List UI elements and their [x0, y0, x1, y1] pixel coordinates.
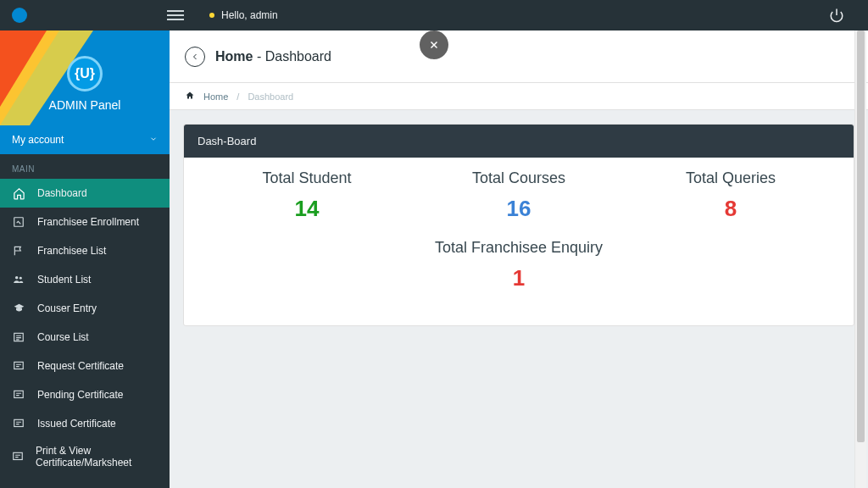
svg-point-4 [15, 276, 19, 280]
stat-total-courses: Total Courses 16 [413, 169, 625, 222]
edit-square-icon [12, 216, 25, 228]
list-icon [12, 331, 25, 343]
scrollbar[interactable] [854, 30, 866, 488]
greeting[interactable]: Hello, admin [209, 9, 278, 21]
sidebar-item-issued-certificate[interactable]: Issued Certificate [0, 409, 170, 438]
stat-label: Total Franchisee Enquiry [201, 239, 837, 257]
stat-label: Total Courses [413, 169, 625, 187]
content-area: Dash-Board Total Student 14 Total Course… [170, 110, 868, 340]
certificate-icon [12, 389, 25, 401]
stats-row: Total Student 14 Total Courses 16 Total … [184, 158, 854, 230]
sidebar-item-label: Course List [37, 331, 89, 343]
breadcrumb-home-link[interactable]: Home [203, 92, 228, 102]
stat-value: 8 [625, 196, 837, 222]
app-badge-icon[interactable] [12, 8, 27, 23]
power-button[interactable] [829, 8, 844, 23]
stat-value: 14 [201, 196, 413, 222]
sidebar-item-label: Franchisee Enrollment [37, 216, 139, 228]
my-account-toggle[interactable]: My account [0, 125, 170, 154]
nav-section-label: MAIN [0, 154, 170, 179]
users-icon [12, 274, 25, 286]
brand-title: ADMIN Panel [0, 98, 170, 112]
stat-value: 1 [201, 265, 837, 291]
stat-total-franchisee-enquiry: Total Franchisee Enquiry 1 [184, 230, 854, 325]
sidebar-item-franchisee-list[interactable]: Franchisee List [0, 236, 170, 265]
sidebar-item-course-list[interactable]: Course List [0, 323, 170, 352]
arrow-left-icon [190, 52, 200, 62]
page-title-thin: - Dashboard [253, 49, 331, 64]
sidebar-item-label: Print & View Certificate/Marksheet [36, 445, 158, 469]
sidebar-item-course-entry[interactable]: Couser Entry [0, 294, 170, 323]
sidebar-item-dashboard[interactable]: Dashboard [0, 179, 170, 208]
flag-icon [12, 245, 25, 257]
svg-rect-9 [14, 419, 24, 426]
certificate-icon [12, 418, 25, 430]
sidebar-item-label: Issued Certificate [37, 418, 116, 430]
page-title: Home - Dashboard [215, 49, 331, 64]
svg-rect-8 [14, 391, 24, 397]
sidebar-item-label: Pending Certificate [37, 389, 123, 401]
sidebar-item-pending-certificate[interactable]: Pending Certificate [0, 380, 170, 409]
dashboard-card: Dash-Board Total Student 14 Total Course… [183, 124, 854, 326]
breadcrumb-home-icon[interactable] [185, 91, 195, 103]
sidebar-item-label: Student List [37, 274, 91, 286]
brand-logo-text: {U} [75, 66, 95, 81]
stat-total-queries: Total Queries 8 [625, 169, 837, 222]
stat-label: Total Student [201, 169, 413, 187]
stat-label: Total Queries [625, 169, 837, 187]
sidebar: {U} ADMIN Panel My account MAIN Dashboar… [0, 30, 170, 488]
breadcrumb-separator: / [236, 92, 239, 102]
card-header: Dash-Board [184, 125, 854, 158]
menu-toggle-icon[interactable] [167, 8, 184, 23]
graduation-cap-icon [12, 302, 25, 314]
sidebar-item-label: Couser Entry [37, 302, 97, 314]
page-header: Home - Dashboard [170, 30, 868, 83]
page-title-bold: Home [215, 49, 253, 64]
main-content: Home - Dashboard Home / Dashboard Dash-B… [170, 30, 868, 488]
svg-point-5 [19, 277, 22, 280]
certificate-icon [12, 360, 25, 372]
greeting-text: Hello, admin [221, 9, 278, 21]
sidebar-item-request-certificate[interactable]: Request Certificate [0, 352, 170, 380]
svg-rect-7 [14, 362, 24, 369]
stat-value: 16 [413, 196, 625, 222]
my-account-label: My account [12, 134, 64, 146]
sidebar-item-label: Request Certificate [37, 360, 124, 372]
close-overlay-button[interactable] [420, 30, 448, 59]
brand-area: {U} ADMIN Panel [0, 30, 170, 125]
home-icon [12, 187, 25, 200]
status-dot-icon [209, 13, 214, 18]
back-button[interactable] [185, 47, 205, 67]
sidebar-item-label: Franchisee List [37, 245, 106, 257]
chevron-down-icon [149, 134, 158, 146]
scrollbar-thumb[interactable] [857, 30, 865, 442]
certificate-icon [12, 451, 24, 463]
sidebar-item-print-view-certificate[interactable]: Print & View Certificate/Marksheet [0, 438, 170, 475]
power-icon [829, 8, 844, 23]
sidebar-item-label: Dashboard [37, 187, 87, 199]
stat-total-student: Total Student 14 [201, 169, 413, 222]
topbar: Hello, admin [0, 0, 868, 30]
sidebar-item-franchisee-enrollment[interactable]: Franchisee Enrollment [0, 208, 170, 236]
breadcrumb-current: Dashboard [248, 92, 293, 102]
close-icon [428, 39, 440, 51]
breadcrumb: Home / Dashboard [170, 83, 868, 110]
svg-rect-10 [14, 452, 23, 459]
brand-logo: {U} [67, 56, 103, 92]
sidebar-item-student-list[interactable]: Student List [0, 265, 170, 294]
